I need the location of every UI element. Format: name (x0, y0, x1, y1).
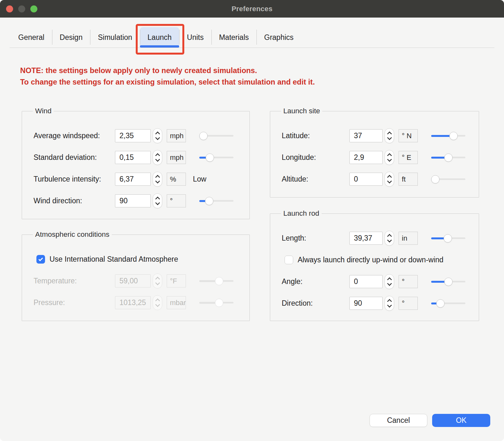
upwind-downwind-label: Always launch directly up-wind or down-w… (298, 256, 443, 264)
rod-length-slider[interactable] (431, 232, 465, 245)
cancel-button[interactable]: Cancel (370, 414, 427, 427)
upwind-downwind-checkbox[interactable] (285, 256, 293, 264)
rod-angle-slider[interactable] (431, 275, 465, 288)
standard-deviation-input[interactable] (115, 151, 151, 164)
latitude-stepper[interactable] (385, 128, 394, 143)
note-line-1: NOTE: the settings below apply only to n… (20, 65, 485, 76)
stepper-down-icon[interactable] (387, 281, 392, 286)
stepper-down-icon[interactable] (387, 157, 392, 162)
rod-length-input[interactable] (349, 232, 383, 245)
turbulence-intensity-row: Turbulence intensity: % Low (34, 173, 241, 186)
rod-direction-slider[interactable] (431, 297, 465, 310)
stepper-down-icon[interactable] (155, 135, 160, 140)
stepper-down-icon[interactable] (155, 179, 160, 184)
latitude-unit[interactable]: ° N (399, 129, 418, 142)
rod-direction-label: Direction: (282, 299, 349, 308)
tab-graphics[interactable]: Graphics (256, 27, 301, 48)
slider-thumb[interactable] (436, 299, 445, 308)
altitude-unit[interactable]: ft (399, 173, 418, 186)
wind-direction-stepper[interactable] (153, 193, 162, 208)
longitude-slider[interactable] (431, 151, 465, 164)
stepper-down-icon[interactable] (387, 303, 392, 308)
stepper-down-icon[interactable] (387, 179, 392, 184)
turbulence-intensity-unit[interactable]: % (167, 173, 186, 186)
average-windspeed-input[interactable] (115, 129, 151, 142)
wind-direction-slider[interactable] (199, 194, 233, 207)
launch-site-group-title: Launch site (281, 107, 322, 115)
slider-thumb[interactable] (199, 132, 208, 140)
average-windspeed-unit[interactable]: mph (167, 129, 186, 142)
rod-angle-stepper[interactable] (385, 274, 394, 289)
turbulence-intensity-stepper[interactable] (153, 172, 162, 187)
use-isa-checkbox[interactable] (36, 255, 45, 264)
wind-direction-input[interactable] (115, 194, 151, 207)
stepper-down-icon (155, 302, 160, 307)
rod-length-row: Length: in (282, 232, 470, 245)
altitude-slider[interactable] (431, 173, 465, 186)
standard-deviation-stepper[interactable] (153, 150, 162, 165)
rod-angle-input[interactable] (349, 275, 383, 288)
standard-deviation-unit[interactable]: mph (167, 151, 186, 164)
upwind-downwind-row: Always launch directly up-wind or down-w… (282, 253, 470, 266)
tab-label: Design (60, 33, 83, 42)
average-windspeed-slider[interactable] (199, 129, 233, 142)
latitude-slider[interactable] (431, 129, 465, 142)
note-text: NOTE: the settings below apply only to n… (20, 65, 485, 88)
longitude-unit[interactable]: ° E (399, 151, 418, 164)
slider-thumb[interactable] (449, 132, 458, 140)
rod-direction-stepper[interactable] (385, 296, 394, 311)
stepper-down-icon[interactable] (387, 238, 392, 243)
rod-angle-label: Angle: (282, 277, 349, 286)
zoom-window-icon[interactable] (30, 5, 37, 12)
tab-label: Materials (219, 33, 249, 42)
wind-group-title: Wind (33, 107, 54, 115)
tab-label: General (18, 33, 44, 42)
latitude-label: Latitude: (282, 131, 349, 140)
longitude-input[interactable] (349, 151, 383, 164)
stepper-down-icon[interactable] (155, 157, 160, 162)
tab-materials[interactable]: Materials (211, 27, 256, 48)
rod-angle-row: Angle: ° (282, 275, 470, 288)
altitude-input[interactable] (349, 173, 383, 186)
launch-site-group: Launch site Latitude: ° N (270, 107, 479, 198)
stepper-down-icon[interactable] (155, 200, 160, 206)
rod-length-stepper[interactable] (385, 231, 394, 246)
temperature-label: Temperature: (34, 277, 115, 285)
ok-button[interactable]: OK (432, 414, 490, 427)
pressure-label: Pressure: (34, 298, 115, 307)
tab-general[interactable]: General (11, 27, 52, 48)
average-windspeed-stepper[interactable] (153, 128, 162, 143)
stepper-down-icon[interactable] (387, 135, 392, 140)
close-window-icon[interactable] (6, 5, 13, 12)
rod-length-unit[interactable]: in (399, 232, 418, 245)
longitude-label: Longitude: (282, 153, 349, 162)
tab-simulation[interactable]: Simulation (90, 27, 140, 48)
standard-deviation-label: Standard deviation: (34, 153, 115, 162)
settings-columns: Wind Average windspeed: mph (0, 88, 504, 321)
rod-direction-input[interactable] (349, 297, 383, 310)
slider-thumb[interactable] (444, 153, 453, 162)
tab-design[interactable]: Design (52, 27, 90, 48)
rod-angle-unit[interactable]: ° (399, 275, 418, 288)
temperature-unit: °F (167, 274, 186, 288)
window-title: Preferences (232, 5, 272, 13)
stepper-down-icon (155, 280, 160, 286)
minimize-window-icon[interactable] (18, 5, 25, 12)
slider-thumb[interactable] (444, 278, 453, 286)
turbulence-intensity-label: Turbulence intensity: (34, 175, 115, 183)
slider-thumb[interactable] (206, 153, 214, 162)
slider-thumb[interactable] (205, 197, 213, 205)
tab-launch[interactable]: Launch (140, 27, 179, 48)
latitude-input[interactable] (349, 129, 383, 142)
slider-thumb[interactable] (444, 234, 452, 243)
tab-units[interactable]: Units (179, 27, 211, 48)
standard-deviation-slider[interactable] (199, 151, 233, 164)
temperature-stepper (153, 273, 162, 288)
rod-direction-unit[interactable]: ° (399, 297, 418, 310)
altitude-stepper[interactable] (385, 172, 394, 187)
wind-direction-unit[interactable]: ° (167, 194, 186, 207)
longitude-stepper[interactable] (385, 150, 394, 165)
slider-thumb[interactable] (431, 175, 439, 183)
preferences-tab-bar: General Design Simulation Launch Units M… (11, 27, 494, 48)
turbulence-intensity-input[interactable] (115, 173, 151, 186)
